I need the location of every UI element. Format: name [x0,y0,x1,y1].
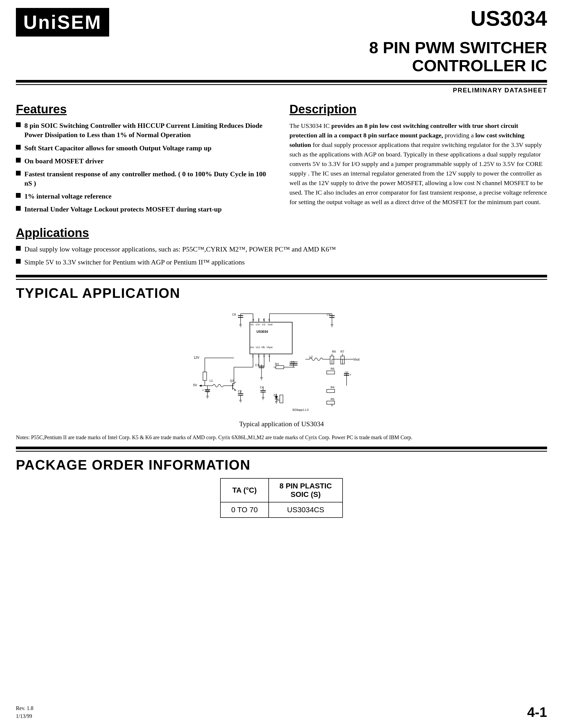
table-cell-part: US3034CS [268,502,343,518]
svg-text:C3: C3 [255,363,259,367]
app-bullet-1 [16,246,21,251]
feature-text-6: Internal Under Voltage Lockout protects … [24,205,222,214]
feature-item-4: Fastest transient response of any contro… [16,169,274,188]
features-list: 8 pin SOIC Switching Controller with HIC… [16,121,274,214]
svg-text:Gnd: Gnd [268,323,272,326]
svg-text:L1: L1 [209,379,213,382]
bullet-icon-4 [16,171,21,176]
svg-text:1: 1 [252,354,253,358]
feature-item-5: 1% internal voltage reference [16,192,274,201]
footer-left: Rev. 1.8 1/13/99 [16,704,33,720]
feature-item-1: 8 pin SOIC Switching Controller with HIC… [16,121,274,140]
section-divider-thick-2 [16,447,547,449]
package-table-wrapper: TA (°C) 8 PIN PLASTICSOIC (S) 0 TO 70 US… [16,478,547,518]
main-title-line1: 8 PIN PWM SWITCHER [369,38,547,57]
typical-application-section: TYPICAL APPLICATION 8 7 6 5 SS CS+ CS Gn… [0,280,563,441]
logo-text: UniSEM [23,13,102,32]
svg-rect-0 [250,322,292,354]
notes-text: Notes: P55C,Pentium II are trade marks o… [16,431,547,441]
description-column: Description The US3034 IC provides an 8 … [290,102,547,218]
svg-rect-89 [327,371,335,374]
footer-rev: Rev. 1.8 [16,704,33,712]
bullet-icon-3 [16,158,21,163]
feature-text-3: On board MOSFET driver [24,156,104,166]
table-header-soic: 8 PIN PLASTICSOIC (S) [268,478,343,502]
svg-text:SS: SS [250,323,253,326]
svg-text:C2: C2 [238,390,241,393]
app-text-2: Simple 5V to 3.3V switcher for Pentium w… [24,258,245,267]
feature-item-6: Internal Under Voltage Lockout protects … [16,205,274,214]
app-text-1: Dual supply low voltage processor applic… [24,245,336,254]
app-bullet-2 [16,259,21,264]
app-item-1: Dual supply low voltage processor applic… [16,245,547,254]
svg-marker-105 [199,385,202,387]
svg-rect-61 [203,372,207,380]
footer: Rev. 1.8 1/13/99 4-1 [16,704,547,720]
circuit-diagram-wrapper: 8 7 6 5 SS CS+ CS Gnd US3034 Drv V12 Vfb… [16,306,547,428]
svg-text:R3: R3 [275,362,279,366]
svg-text:R6: R6 [331,367,334,370]
typical-app-title: TYPICAL APPLICATION [16,285,547,301]
feature-text-1: 8 pin SOIC Switching Controller with HIC… [24,121,274,140]
svg-text:R8: R8 [332,350,336,353]
svg-text:3034app1-1.0: 3034app1-1.0 [292,408,309,411]
part-number: US3034 [471,8,547,29]
logo: UniSEM [16,8,109,37]
svg-rect-65 [276,366,284,369]
feature-item-3: On board MOSFET driver [16,156,274,166]
svg-text:R4: R4 [331,386,334,389]
table-row: 0 TO 70 US3034CS [220,502,343,518]
feature-text-5: 1% internal voltage reference [24,192,111,201]
bullet-icon-6 [16,206,21,211]
applications-section: Applications Dual supply low voltage pro… [0,218,563,267]
svg-rect-99 [327,401,335,404]
feature-text-2: Soft Start Capacitor allows for smooth O… [24,143,211,153]
svg-text:6: 6 [263,318,265,321]
preliminary-label: PRELIMINARY DATASHEET [453,87,547,94]
table-cell-temp: 0 TO 70 [220,502,268,518]
applications-list: Dual supply low voltage processor applic… [16,245,547,267]
feature-item-2: Soft Start Capacitor allows for smooth O… [16,143,274,153]
svg-text:C8: C8 [232,313,236,316]
svg-text:5V: 5V [193,383,197,387]
svg-text:2: 2 [258,354,259,358]
svg-text:7: 7 [258,318,259,321]
description-text: The US3034 IC provides an 8 pin low cost… [290,121,547,207]
applications-title: Applications [16,226,547,240]
svg-text:Vfb: Vfb [261,346,265,349]
svg-text:5: 5 [268,318,270,321]
header: UniSEM US3034 [0,0,563,37]
title-section: 8 PIN PWM SWITCHER CONTROLLER IC [0,37,563,75]
svg-text:3: 3 [263,354,265,358]
footer-page: 4-1 [527,704,547,720]
svg-text:CS: CS [262,323,265,326]
features-column: Features 8 pin SOIC Switching Controller… [16,102,274,218]
svg-text:+: + [202,388,204,392]
bullet-icon-5 [16,193,21,198]
section-divider-thick-1 [16,275,547,277]
svg-text:V12: V12 [256,346,260,349]
app-item-2: Simple 5V to 3.3V switcher for Pentium w… [16,258,547,267]
description-title: Description [290,102,547,116]
svg-text:Vhyst: Vhyst [266,346,272,349]
package-order-section: PACKAGE ORDER INFORMATION TA (°C) 8 PIN … [0,452,563,518]
svg-rect-97 [327,389,335,393]
footer-date: 1/13/99 [16,712,33,720]
svg-text:12V: 12V [194,356,199,359]
package-table: TA (°C) 8 PIN PLASTICSOIC (S) 0 TO 70 US… [220,478,343,518]
svg-text:Drv: Drv [250,346,254,349]
svg-text:+: + [350,373,351,376]
svg-text:Vout: Vout [353,358,360,361]
main-title-line2: CONTROLLER IC [412,56,547,75]
circuit-diagram: 8 7 6 5 SS CS+ CS Gnd US3034 Drv V12 Vfb… [162,306,401,417]
svg-rect-149 [280,395,283,403]
features-title: Features [16,102,274,116]
circuit-caption: Typical application of US3034 [239,420,324,428]
svg-text:8: 8 [252,318,254,321]
svg-marker-123 [234,389,236,390]
svg-text:Q2: Q2 [230,379,234,382]
package-order-title: PACKAGE ORDER INFORMATION [16,457,547,473]
feature-text-4: Fastest transient response of any contro… [24,169,274,188]
bullet-icon-2 [16,145,21,150]
svg-text:R7: R7 [341,350,344,353]
